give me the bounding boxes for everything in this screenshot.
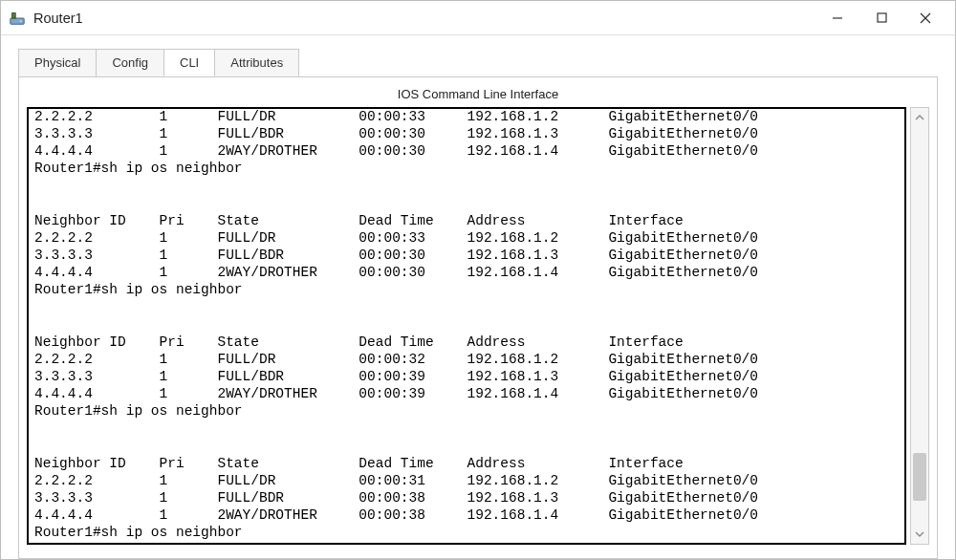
router-icon [9,10,26,27]
scroll-track[interactable] [911,127,928,525]
close-button[interactable] [903,4,947,32]
window-controls [815,4,947,32]
svg-rect-1 [12,12,16,17]
tab-label: Attributes [230,55,283,70]
tab-cli[interactable]: CLI [163,49,215,76]
svg-rect-4 [878,13,886,22]
cli-panel: IOS Command Line Interface 2.2.2.2 1 FUL… [18,76,938,559]
maximize-button[interactable] [859,4,903,32]
svg-point-2 [20,20,22,22]
svg-rect-0 [11,18,24,24]
scroll-thumb[interactable] [913,453,926,501]
tab-bar: Physical Config CLI Attributes [18,49,938,76]
tab-label: CLI [180,55,199,70]
scroll-up-button[interactable] [911,108,928,127]
tab-attributes[interactable]: Attributes [214,49,299,76]
minimize-button[interactable] [815,4,859,32]
titlebar: Router1 [1,1,955,35]
tab-physical[interactable]: Physical [18,49,97,76]
scroll-down-button[interactable] [911,525,928,544]
cli-terminal[interactable]: 2.2.2.2 1 FULL/DR 00:00:33 192.168.1.2 G… [27,107,906,545]
tab-label: Config [112,55,148,70]
tab-label: Physical [34,55,80,70]
tab-config[interactable]: Config [96,49,164,76]
scrollbar[interactable] [910,107,929,545]
cli-title: IOS Command Line Interface [27,83,929,107]
window-title: Router1 [33,11,815,26]
